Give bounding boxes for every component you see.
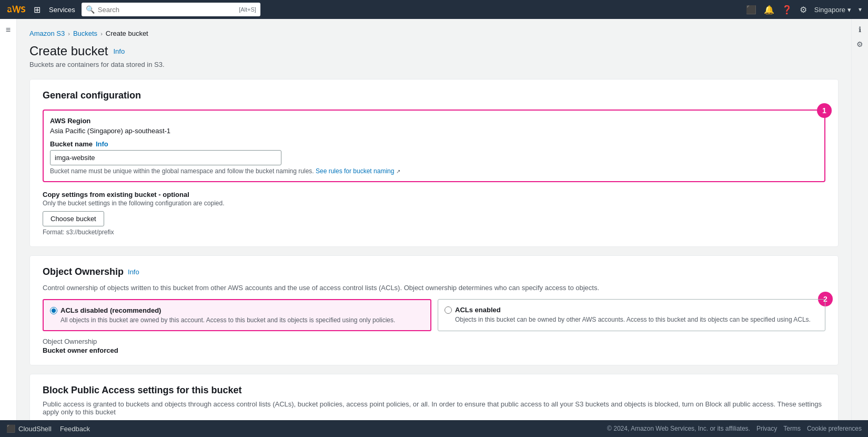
bucket-name-label: Bucket name Info: [50, 140, 818, 148]
radio-options-row: ACLs disabled (recommended) All objects …: [43, 299, 825, 331]
object-ownership-info-link[interactable]: Info: [128, 268, 139, 276]
block-public-access-desc: Public access is granted to buckets and …: [43, 400, 825, 416]
object-ownership-title-row: Object Ownership Info: [43, 266, 825, 277]
right-info-icon[interactable]: ℹ: [859, 25, 861, 34]
cookie-link[interactable]: Cookie preferences: [807, 425, 862, 432]
region-bucket-highlight: 1 AWS Region Asia Pacific (Singapore) ap…: [43, 110, 825, 182]
search-input[interactable]: [98, 6, 236, 14]
object-ownership-card: Object Ownership Info Control ownership …: [29, 255, 839, 365]
aws-logo[interactable]: [6, 4, 25, 15]
acls-enabled-desc: Objects in this bucket can be owned by o…: [445, 316, 819, 323]
external-link-icon: ↗: [396, 168, 400, 174]
search-bar[interactable]: 🔍 [Alt+S]: [82, 3, 260, 16]
see-rules-link[interactable]: See rules for bucket naming: [316, 167, 394, 175]
page-subtitle: Buckets are containers for data stored i…: [29, 61, 839, 68]
settings-icon[interactable]: ⚙: [800, 5, 807, 15]
acls-disabled-desc: All objects in this bucket are owned by …: [50, 316, 424, 324]
ownership-label-text: Object Ownership: [43, 337, 825, 345]
acls-disabled-radio[interactable]: [50, 307, 57, 314]
cloudshell-icon: ⬛: [6, 424, 15, 433]
block-public-access-card: Block Public Access settings for this bu…: [29, 374, 839, 427]
breadcrumb-current: Create bucket: [106, 29, 148, 37]
privacy-link[interactable]: Privacy: [756, 425, 777, 432]
bucket-name-hint: Bucket name must be unique within the gl…: [50, 167, 818, 175]
radio-options-container: 2 ACLs disabled (recommended) All object…: [43, 299, 825, 331]
breadcrumb-sep-1: ›: [68, 31, 70, 37]
general-config-card: General configuration 1 AWS Region Asia …: [29, 79, 839, 247]
acls-enabled-option[interactable]: ACLs enabled Objects in this bucket can …: [438, 299, 825, 331]
copy-settings-subtitle: Only the bucket settings in the followin…: [43, 200, 825, 207]
acls-enabled-label: ACLs enabled: [445, 306, 819, 314]
search-hint: [Alt+S]: [239, 6, 256, 13]
right-settings-icon[interactable]: ⚙: [856, 40, 863, 48]
terminal-icon[interactable]: ⬛: [746, 5, 756, 15]
services-label[interactable]: Services: [49, 6, 75, 14]
page-info-link[interactable]: Info: [113, 47, 125, 55]
copy-settings-title: Copy settings from existing bucket - opt…: [43, 191, 825, 198]
region-selector[interactable]: Singapore ▾: [814, 6, 851, 14]
choose-bucket-button[interactable]: Choose bucket: [43, 211, 104, 226]
bucket-name-info-link[interactable]: Info: [96, 140, 108, 148]
step-1-badge: 1: [817, 103, 832, 118]
region-chevron: ▾: [847, 6, 851, 14]
acls-enabled-radio[interactable]: [445, 306, 452, 314]
acls-disabled-option[interactable]: ACLs disabled (recommended) All objects …: [43, 299, 431, 331]
ownership-info: Object Ownership Bucket owner enforced: [43, 337, 825, 354]
expand-icon[interactable]: ▾: [859, 6, 862, 13]
feedback-button[interactable]: Feedback: [60, 425, 90, 433]
aws-region-label: AWS Region: [50, 117, 818, 125]
sidebar-toggle: ≡: [0, 19, 17, 437]
page-title: Create bucket: [29, 44, 108, 58]
breadcrumb: Amazon S3 › Buckets › Create bucket: [29, 29, 839, 37]
help-icon[interactable]: ❓: [782, 5, 792, 15]
object-ownership-title: Object Ownership: [43, 266, 124, 277]
ownership-value-text: Bucket owner enforced: [43, 346, 825, 354]
nav-icons: ⬛ 🔔 ❓ ⚙ Singapore ▾ ▾: [746, 5, 862, 15]
main-content: Amazon S3 › Buckets › Create bucket Crea…: [17, 19, 851, 437]
page-title-row: Create bucket Info: [29, 44, 839, 58]
top-navbar: ⊞ Services 🔍 [Alt+S] ⬛ 🔔 ❓ ⚙ Singapore ▾…: [0, 0, 868, 19]
breadcrumb-s3[interactable]: Amazon S3: [29, 29, 65, 37]
bucket-name-input[interactable]: [50, 150, 281, 165]
right-panel: ℹ ⚙: [851, 19, 868, 437]
object-ownership-desc: Control ownership of objects written to …: [43, 284, 825, 292]
breadcrumb-sep-2: ›: [100, 31, 103, 37]
menu-icon[interactable]: ≡: [6, 25, 11, 35]
general-config-title: General configuration: [43, 90, 825, 101]
bottom-bar-right: © 2024, Amazon Web Services, Inc. or its…: [607, 425, 862, 432]
format-hint: Format: s3://bucket/prefix: [43, 229, 825, 236]
block-public-access-title: Block Public Access settings for this bu…: [43, 385, 825, 396]
copyright-text: © 2024, Amazon Web Services, Inc. or its…: [607, 425, 750, 432]
cloudshell-button[interactable]: ⬛ CloudShell: [6, 424, 52, 433]
bottom-bar: ⬛ CloudShell Feedback © 2024, Amazon Web…: [0, 420, 868, 437]
terms-link[interactable]: Terms: [783, 425, 801, 432]
bell-icon[interactable]: 🔔: [764, 5, 774, 15]
grid-icon[interactable]: ⊞: [32, 5, 43, 15]
region-label: Singapore: [814, 6, 845, 14]
aws-region-value: Asia Pacific (Singapore) ap-southeast-1: [50, 127, 818, 135]
copy-settings-section: Copy settings from existing bucket - opt…: [43, 191, 825, 236]
search-icon: 🔍: [86, 5, 95, 14]
acls-disabled-label: ACLs disabled (recommended): [50, 306, 424, 314]
breadcrumb-buckets[interactable]: Buckets: [73, 29, 97, 37]
